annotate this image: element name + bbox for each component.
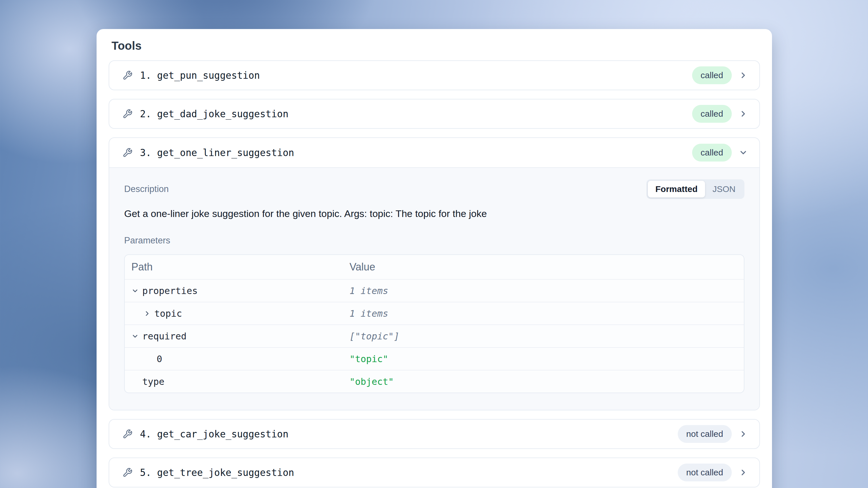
tool-row-header[interactable]: 3. get_one_liner_suggestion called	[109, 138, 760, 167]
table-row-required-0: 0 "topic"	[125, 347, 744, 370]
tool-name: 3. get_one_liner_suggestion	[140, 147, 692, 158]
table-row-required[interactable]: required ["topic"]	[125, 325, 744, 347]
tool-row-get-one-liner-suggestion-expanded: 3. get_one_liner_suggestion called Descr…	[108, 138, 760, 410]
toggle-json-button[interactable]: JSON	[705, 181, 743, 197]
tool-row-get-tree-joke-suggestion: 5. get_tree_joke_suggestion not called	[108, 458, 760, 487]
tool-row-get-pun-suggestion: 1. get_pun_suggestion called	[108, 60, 760, 90]
wrench-icon	[122, 467, 132, 478]
table-row-properties[interactable]: properties 1 items	[125, 279, 744, 302]
param-value: 1 items	[349, 308, 744, 319]
description-text: Get a one-liner joke suggestion for the …	[124, 208, 744, 219]
tool-detail-panel: Description Formatted JSON Get a one-lin…	[109, 167, 760, 410]
description-label: Description	[124, 184, 169, 194]
tool-name: 5. get_tree_joke_suggestion	[140, 467, 678, 478]
table-row-type: type "object"	[125, 370, 744, 393]
parameters-table: Path Value properties 1 items	[124, 254, 744, 393]
chevron-down-icon	[739, 148, 748, 157]
wrench-icon	[122, 148, 132, 158]
page-title: Tools	[112, 39, 760, 52]
chevron-right-icon	[739, 71, 748, 80]
table-row-topic[interactable]: topic 1 items	[125, 302, 744, 325]
param-value: 1 items	[349, 285, 744, 296]
chevron-right-icon	[739, 109, 748, 118]
wrench-icon	[122, 70, 132, 81]
tool-name: 1. get_pun_suggestion	[140, 70, 692, 81]
view-mode-toggle: Formatted JSON	[646, 179, 744, 199]
chevron-right-icon	[144, 310, 151, 317]
toggle-formatted-button[interactable]: Formatted	[648, 181, 705, 197]
param-value: "object"	[349, 376, 744, 387]
chevron-right-icon	[739, 429, 748, 438]
param-value: ["topic"]	[349, 331, 744, 342]
status-badge: not called	[678, 464, 732, 481]
param-value: "topic"	[349, 354, 744, 364]
tool-name: 2. get_dad_joke_suggestion	[140, 108, 692, 120]
table-header-row: Path Value	[125, 255, 744, 279]
parameters-label: Parameters	[124, 235, 744, 246]
tool-row-get-dad-joke-suggestion: 2. get_dad_joke_suggestion called	[108, 99, 760, 129]
tool-row-header[interactable]: 2. get_dad_joke_suggestion called	[109, 99, 760, 128]
status-badge: called	[692, 144, 732, 161]
param-path: properties	[142, 285, 198, 296]
tool-name: 4. get_car_joke_suggestion	[140, 428, 678, 440]
chevron-down-icon	[131, 287, 139, 295]
tools-panel: Tools 1. get_pun_suggestion called 2. ge…	[97, 29, 772, 488]
tool-row-header[interactable]: 1. get_pun_suggestion called	[109, 61, 760, 90]
status-badge: called	[692, 66, 732, 84]
value-column-header: Value	[349, 261, 744, 273]
tool-row-get-car-joke-suggestion: 4. get_car_joke_suggestion not called	[108, 419, 760, 449]
tool-row-header[interactable]: 4. get_car_joke_suggestion not called	[109, 420, 760, 448]
param-path: 0	[125, 354, 162, 364]
param-path: required	[142, 331, 187, 342]
chevron-down-icon	[131, 333, 139, 340]
status-badge: called	[692, 105, 732, 123]
param-path: type	[125, 376, 164, 387]
status-badge: not called	[678, 425, 732, 443]
param-path: topic	[154, 308, 182, 319]
path-column-header: Path	[125, 261, 349, 273]
chevron-right-icon	[739, 468, 748, 477]
wrench-icon	[122, 109, 132, 119]
wrench-icon	[122, 429, 132, 439]
tool-row-header[interactable]: 5. get_tree_joke_suggestion not called	[109, 458, 760, 487]
